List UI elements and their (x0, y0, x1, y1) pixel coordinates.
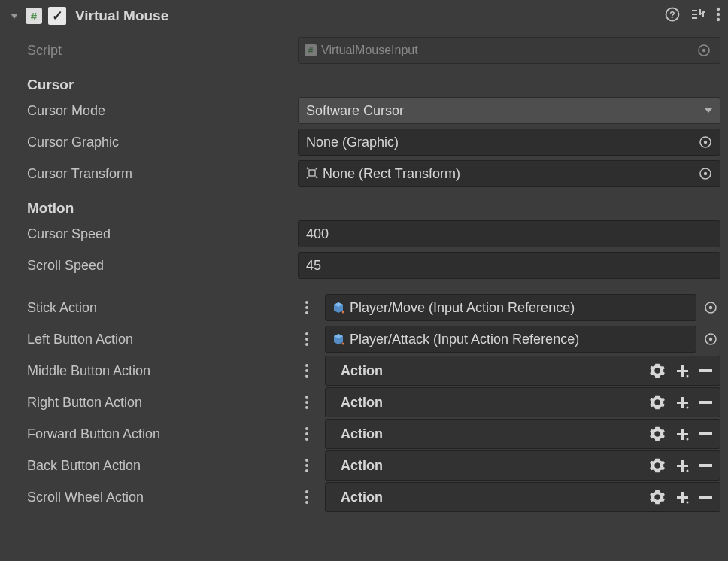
left-button-action-value: Player/Attack (Input Action Reference) (350, 332, 579, 347)
svg-rect-19 (699, 401, 712, 404)
cursor-speed-row: Cursor Speed (27, 218, 720, 250)
help-icon[interactable]: ? (665, 7, 680, 26)
svg-rect-25 (699, 496, 712, 499)
action-label: Action (341, 426, 649, 442)
back-button-action-row: Back Button Action Action (27, 450, 720, 481)
scroll-wheel-action-row: Scroll Wheel Action Action (27, 481, 720, 513)
cursor-speed-input[interactable] (298, 220, 720, 247)
preset-icon[interactable] (690, 8, 705, 25)
right-button-action-row: Right Button Action Action (27, 387, 720, 418)
svg-point-24 (687, 502, 689, 504)
back-button-action-box[interactable]: Action (325, 450, 720, 481)
cursor-graphic-value: None (Graphic) (306, 135, 399, 150)
cursor-graphic-field[interactable]: None (Graphic) (298, 129, 720, 156)
cursor-mode-value: Software Cursor (306, 103, 404, 119)
options-icon[interactable] (298, 332, 316, 346)
gear-icon[interactable] (649, 426, 666, 442)
component-header[interactable]: # ✓ Virtual Mouse ? (0, 0, 728, 32)
svg-text:?: ? (669, 9, 675, 20)
middle-button-action-label: Middle Button Action (27, 363, 298, 379)
script-mini-icon: # (305, 44, 317, 56)
plus-icon[interactable] (675, 426, 690, 441)
cursor-transform-label: Cursor Transform (27, 166, 298, 182)
stick-action-value: Player/Move (Input Action Reference) (350, 300, 575, 316)
minus-icon[interactable] (699, 432, 712, 435)
forward-button-action-box[interactable]: Action (325, 419, 720, 449)
options-icon[interactable] (298, 396, 316, 409)
svg-rect-17 (699, 369, 712, 372)
object-picker-icon[interactable] (696, 164, 715, 183)
script-value: VirtualMouseInput (321, 44, 418, 57)
minus-icon[interactable] (699, 369, 712, 372)
right-button-action-box[interactable]: Action (325, 387, 720, 417)
middle-button-action-box[interactable]: Action (325, 356, 720, 386)
gear-icon[interactable] (649, 394, 666, 411)
options-icon[interactable] (298, 427, 316, 441)
stick-action-field[interactable]: Player/Move (Input Action Reference) (325, 294, 696, 321)
gear-icon[interactable] (649, 489, 666, 505)
back-button-action-label: Back Button Action (27, 458, 298, 474)
svg-point-6 (702, 49, 705, 52)
motion-section-header: Motion (27, 190, 720, 218)
svg-point-3 (717, 12, 720, 15)
middle-button-action-row: Middle Button Action Action (27, 355, 720, 387)
scroll-speed-input[interactable] (298, 252, 720, 279)
options-icon[interactable] (298, 459, 316, 472)
cursor-transform-row: Cursor Transform None (Rect Transform) (27, 158, 720, 190)
options-icon[interactable] (298, 490, 316, 504)
component-title: Virtual Mouse (75, 8, 665, 24)
svg-point-15 (709, 338, 712, 341)
object-picker-icon[interactable] (696, 132, 715, 152)
rect-transform-icon (306, 167, 318, 180)
left-button-action-label: Left Button Action (27, 332, 298, 347)
dropdown-arrow-icon (705, 108, 712, 113)
plus-icon[interactable] (675, 490, 690, 505)
svg-point-11 (704, 172, 707, 175)
object-picker-icon[interactable] (701, 329, 720, 349)
action-label: Action (341, 458, 649, 474)
cursor-transform-value: None (Rect Transform) (323, 166, 460, 182)
stick-action-label: Stick Action (27, 300, 298, 316)
svg-rect-23 (699, 464, 712, 467)
svg-point-18 (687, 407, 689, 409)
scroll-speed-row: Scroll Speed (27, 250, 720, 281)
gear-icon[interactable] (649, 457, 666, 474)
scroll-wheel-action-box[interactable]: Action (325, 482, 720, 512)
svg-point-22 (687, 470, 689, 472)
scroll-wheel-action-label: Scroll Wheel Action (27, 490, 298, 505)
right-button-action-label: Right Button Action (27, 395, 298, 411)
cursor-transform-field[interactable]: None (Rect Transform) (298, 160, 720, 187)
plus-icon[interactable] (675, 458, 690, 473)
svg-point-20 (687, 438, 689, 441)
minus-icon[interactable] (699, 464, 712, 467)
enabled-checkbox[interactable]: ✓ (48, 7, 66, 25)
asset-icon (332, 301, 345, 314)
foldout-arrow-icon[interactable] (11, 14, 18, 19)
options-icon[interactable] (298, 364, 316, 378)
gear-icon[interactable] (649, 362, 666, 379)
cursor-mode-dropdown[interactable]: Software Cursor (298, 97, 720, 124)
cursor-graphic-row: Cursor Graphic None (Graphic) (27, 126, 720, 158)
svg-point-8 (704, 141, 707, 144)
kebab-menu-icon[interactable] (716, 7, 720, 26)
cursor-section-header: Cursor (27, 66, 720, 95)
object-picker-icon[interactable] (701, 298, 720, 317)
action-label: Action (341, 395, 649, 411)
minus-icon[interactable] (699, 401, 712, 404)
action-label: Action (341, 363, 649, 379)
svg-point-4 (717, 17, 720, 20)
cursor-graphic-label: Cursor Graphic (27, 135, 298, 150)
svg-rect-9 (309, 170, 315, 176)
left-button-action-row: Left Button Action Player/Attack (Input … (27, 323, 720, 355)
asset-icon (332, 332, 345, 346)
minus-icon[interactable] (699, 496, 712, 499)
plus-icon[interactable] (675, 395, 690, 410)
left-button-action-field[interactable]: Player/Attack (Input Action Reference) (325, 326, 696, 353)
cursor-speed-label: Cursor Speed (27, 226, 298, 242)
virtual-mouse-component: # ✓ Virtual Mouse ? Script # VirtualMous… (0, 0, 728, 523)
scroll-speed-label: Scroll Speed (27, 258, 298, 274)
options-icon[interactable] (298, 301, 316, 314)
svg-point-13 (709, 306, 712, 309)
object-picker-icon[interactable] (694, 41, 714, 60)
plus-icon[interactable] (675, 363, 690, 378)
